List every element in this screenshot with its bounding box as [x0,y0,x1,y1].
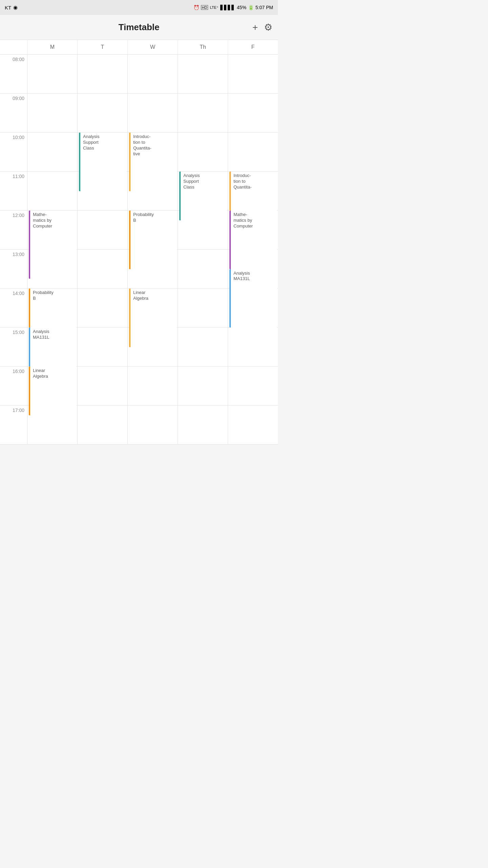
time-1400: 14:00 [0,289,27,328]
time-1000: 10:00 [0,133,27,172]
carrier-label: KT [5,5,11,11]
event-fri-intro[interactable]: Introduc-tion toQuantita- [229,172,277,211]
event-thu-analysis[interactable]: AnalysisSupportClass [179,172,227,220]
mon-0800 [27,55,77,94]
event-fri-analysis[interactable]: AnalysisMA131L [229,269,277,328]
event-mon-math[interactable]: Mathe-matics byComputer [29,211,77,279]
fri-0900 [228,94,278,133]
time-1100: 11:00 [0,172,27,211]
day-col-wednesday: Introduc-tion toQuantita-tive Probabilit… [127,55,178,445]
day-header-t: T [77,40,127,54]
event-mon-linear[interactable]: LinearAlgebra [29,367,77,415]
event-wed-linear[interactable]: LinearAlgebra [129,289,177,347]
time-0900: 09:00 [0,94,27,133]
fri-1500 [228,328,278,367]
thu-1400 [178,289,228,328]
tue-1300 [78,250,127,289]
days-grid: Mathe-matics byComputer ProbabilityB Ana… [27,55,278,445]
tue-1400 [78,289,127,328]
time-1200: 12:00 [0,211,27,250]
time-1500: 15:00 [0,328,27,367]
fri-1700 [228,406,278,445]
signal-icon: ▋▋▋▋ [220,5,235,10]
time-1300: 13:00 [0,250,27,289]
wed-0800 [128,55,178,94]
tue-1500 [78,328,127,367]
time-display: 5:07 PM [256,5,273,10]
wed-1600 [128,367,178,406]
tue-0900 [78,94,127,133]
alarm-icon: ⏰ [194,5,199,10]
time-col-header [0,40,27,54]
carrier-icon: ◉ [13,4,18,11]
fri-1600 [228,367,278,406]
day-header-th: Th [178,40,228,54]
page-title: Timetable [119,22,160,33]
lte-icon: LTE⁺ [210,5,218,10]
day-col-monday: Mathe-matics byComputer ProbabilityB Ana… [27,55,77,445]
event-tue-analysis[interactable]: AnalysisSupportClass [79,133,127,191]
mon-1100 [27,172,77,211]
thu-1500 [178,328,228,367]
fri-1000 [228,133,278,172]
mon-0900 [27,94,77,133]
time-0800: 08:00 [0,55,27,94]
status-left: KT ◉ [5,4,18,11]
battery-icon: 🔋 [248,5,254,10]
app-header: Timetable + ⚙ [0,15,278,40]
event-wed-prob[interactable]: ProbabilityB [129,211,177,269]
status-right: ⏰ HD LTE⁺ ▋▋▋▋ 45% 🔋 5:07 PM [194,5,273,10]
day-col-thursday: AnalysisSupportClass [178,55,228,445]
day-header-f: F [228,40,278,54]
event-mon-prob[interactable]: ProbabilityB [29,289,77,328]
add-button[interactable]: + [252,22,258,33]
time-column: 08:00 09:00 10:00 11:00 12:00 13:00 14:0… [0,55,27,445]
thu-1000 [178,133,228,172]
day-header-m: M [27,40,77,54]
timetable: M T W Th F 08:00 09:00 10:00 11:00 12:00… [0,40,278,445]
tue-1200 [78,211,127,250]
wed-0900 [128,94,178,133]
wed-1700 [128,406,178,445]
settings-button[interactable]: ⚙ [264,22,272,33]
time-1700: 17:00 [0,406,27,445]
header-actions: + ⚙ [252,22,272,33]
tue-0800 [78,55,127,94]
time-1600: 16:00 [0,367,27,406]
event-mon-analysis[interactable]: AnalysisMA131L [29,328,77,367]
hd-icon: HD [201,5,208,10]
thu-0900 [178,94,228,133]
day-col-friday: Introduc-tion toQuantita- Mathe-matics b… [228,55,278,445]
day-col-tuesday: AnalysisSupportClass [77,55,127,445]
grid-body: 08:00 09:00 10:00 11:00 12:00 13:00 14:0… [0,55,278,445]
thu-1300 [178,250,228,289]
thu-0800 [178,55,228,94]
event-fri-math[interactable]: Mathe-matics byComputer [229,211,277,269]
thu-1700 [178,406,228,445]
fri-0800 [228,55,278,94]
event-wed-intro[interactable]: Introduc-tion toQuantita-tive [129,133,177,191]
thu-1600 [178,367,228,406]
status-bar: KT ◉ ⏰ HD LTE⁺ ▋▋▋▋ 45% 🔋 5:07 PM [0,0,278,15]
day-header-row: M T W Th F [0,40,278,55]
tue-1600 [78,367,127,406]
battery-percent: 45% [237,5,246,10]
mon-1000 [27,133,77,172]
day-header-w: W [127,40,178,54]
tue-1700 [78,406,127,445]
